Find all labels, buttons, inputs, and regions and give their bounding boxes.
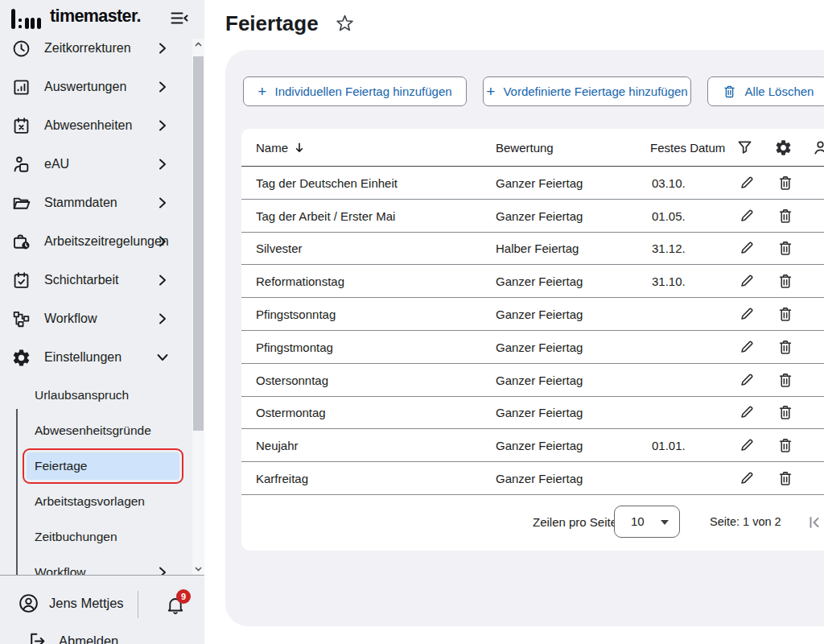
table-row: Karfreitag Ganzer Feiertag: [241, 462, 824, 495]
edit-button[interactable]: [738, 402, 757, 422]
chevron-right-icon: [156, 158, 169, 171]
delete-button[interactable]: [777, 469, 796, 488]
workflow-icon: [10, 308, 31, 329]
holidays-table: Name Bewertung Festes Datum: [241, 129, 824, 551]
table-row: Ostersonntag Ganzer Feiertag: [241, 364, 824, 397]
table-row: Tag der Arbeit / Erster Mai Ganzer Feier…: [241, 200, 824, 233]
sidebar-item-eau[interactable]: eAU: [0, 145, 192, 184]
edit-button[interactable]: [738, 206, 757, 225]
sidebar-item-stammdaten[interactable]: Stammdaten: [0, 184, 192, 222]
cell-name: Ostersonntag: [256, 373, 328, 386]
cell-name: Pfingstsonntag: [256, 308, 336, 321]
edit-button[interactable]: [738, 304, 757, 324]
bag-clock-icon: [10, 231, 31, 252]
content-card: + Individuellen Feiertag hinzufügen + Vo…: [225, 50, 824, 626]
timemaster-logo-icon: [11, 8, 41, 29]
delete-button[interactable]: [777, 238, 796, 258]
sidebar-item-schichtarbeit[interactable]: Schichtarbeit: [0, 261, 192, 299]
add-predefined-holidays-button[interactable]: + Vordefinierte Feiertage hinzufügen: [483, 76, 691, 106]
sidebar-subitem-workflow[interactable]: Workflow: [27, 559, 179, 575]
cell-festes-datum: 31.10.: [652, 275, 686, 288]
star-outline-icon[interactable]: [335, 14, 356, 35]
person-icon[interactable]: [811, 138, 824, 157]
edit-button[interactable]: [738, 469, 757, 488]
rows-per-page-label: Zeilen pro Seite: [533, 514, 617, 528]
sidebar-item-workflow[interactable]: Workflow: [0, 299, 192, 338]
chevron-right-icon: [156, 119, 169, 132]
page-info: Seite: 1 von 2: [710, 515, 781, 528]
chevron-right-icon: [156, 42, 169, 55]
sidebar-subitem-urlaubsanspruch[interactable]: Urlaubsanspruch: [27, 382, 179, 409]
delete-button[interactable]: [777, 402, 796, 422]
first-page-icon[interactable]: [806, 514, 822, 530]
filter-icon[interactable]: [735, 138, 755, 157]
cell-bewertung: Ganzer Feiertag: [496, 308, 583, 321]
chevron-down-icon: [156, 351, 169, 364]
cell-festes-datum: 03.10.: [652, 175, 686, 189]
delete-button[interactable]: [777, 304, 796, 324]
rows-per-page-select[interactable]: 10: [614, 506, 680, 538]
table-row: Tag der Deutschen Einheit Ganzer Feierta…: [241, 167, 824, 200]
sidebar-footer-divider: [0, 575, 204, 576]
gear-icon[interactable]: [774, 138, 793, 157]
cell-name: Tag der Arbeit / Erster Mai: [256, 208, 395, 222]
scrollbar-down-icon[interactable]: [192, 563, 204, 575]
caret-down-icon: [661, 520, 669, 525]
user-menu-button[interactable]: Jens Mettjes: [18, 592, 124, 614]
page-title: Feiertage: [225, 11, 319, 36]
cell-name: Silvester: [256, 242, 303, 255]
delete-button[interactable]: [777, 337, 796, 357]
sidebar-item-arbeitszeitregelungen[interactable]: Arbeitszeitregelungen: [0, 222, 192, 261]
cell-bewertung: Ganzer Feiertag: [496, 208, 583, 222]
cell-name: Reformationstag: [256, 275, 344, 288]
cell-name: Neujahr: [256, 439, 299, 452]
edit-button[interactable]: [738, 173, 757, 192]
sidebar-item-abwesenheiten[interactable]: Abwesenheiten: [0, 106, 192, 145]
user-avatar-icon: [18, 592, 39, 614]
notification-bell-icon[interactable]: 9: [165, 593, 189, 617]
scrollbar-up-icon[interactable]: [192, 39, 204, 51]
edit-button[interactable]: [738, 370, 757, 390]
delete-button[interactable]: [777, 370, 796, 390]
cell-name: Karfreitag: [256, 472, 308, 485]
sidebar-item-zeitkorrekturen[interactable]: Zeitkorrekturen: [0, 29, 192, 68]
column-header-festes-datum: Festes Datum: [650, 141, 725, 155]
person-card-icon: [10, 154, 31, 175]
sidebar: timemaster. Zeitkorrekturen Auswertungen: [0, 0, 204, 644]
cell-bewertung: Ganzer Feiertag: [496, 373, 583, 386]
delete-button[interactable]: [777, 173, 796, 192]
sidebar-collapse-icon[interactable]: [169, 9, 190, 28]
sidebar-item-einstellungen[interactable]: Einstellungen: [0, 338, 192, 377]
clock-icon: [10, 38, 31, 59]
sidebar-nav: Zeitkorrekturen Auswertungen Abwesenheit…: [0, 29, 192, 575]
folder-open-icon: [10, 192, 31, 213]
column-header-bewertung: Bewertung: [496, 141, 554, 155]
logout-icon: [27, 631, 47, 644]
sidebar-subitem-feiertage[interactable]: Feiertage: [27, 452, 179, 480]
sidebar-item-auswertungen[interactable]: Auswertungen: [0, 68, 192, 106]
table-header: Name Bewertung Festes Datum: [241, 129, 824, 167]
column-header-name[interactable]: Name: [256, 141, 305, 155]
edit-button[interactable]: [738, 337, 757, 357]
cell-bewertung: Ganzer Feiertag: [496, 340, 583, 353]
sidebar-subitem-abwesenheitsgruende[interactable]: Abwesenheitsgründe: [27, 417, 179, 444]
brand-name: timemaster.: [50, 6, 141, 27]
chevron-right-icon: [156, 235, 169, 248]
sidebar-subitem-arbeitstagsvorlagen[interactable]: Arbeitstagsvorlagen: [27, 488, 179, 515]
logout-button[interactable]: Abmelden: [27, 631, 118, 644]
sidebar-subitem-zeitbuchungen[interactable]: Zeitbuchungen: [27, 523, 179, 551]
edit-button[interactable]: [738, 436, 757, 455]
table-footer: Zeilen pro Seite 10 Seite: 1 von 2: [241, 495, 824, 548]
delete-button[interactable]: [777, 206, 796, 225]
edit-button[interactable]: [738, 238, 757, 258]
scrollbar-thumb[interactable]: [193, 56, 204, 431]
edit-button[interactable]: [738, 271, 757, 291]
app-window: timemaster. Zeitkorrekturen Auswertungen: [0, 0, 824, 644]
notification-badge: 9: [176, 589, 191, 604]
table-row: Ostermontag Ganzer Feiertag: [241, 397, 824, 430]
calendar-x-icon: [10, 115, 31, 136]
delete-all-button[interactable]: Alle Löschen: [707, 76, 824, 106]
add-individual-holiday-button[interactable]: + Individuellen Feiertag hinzufügen: [243, 76, 467, 106]
delete-button[interactable]: [777, 271, 796, 291]
delete-button[interactable]: [777, 436, 796, 455]
